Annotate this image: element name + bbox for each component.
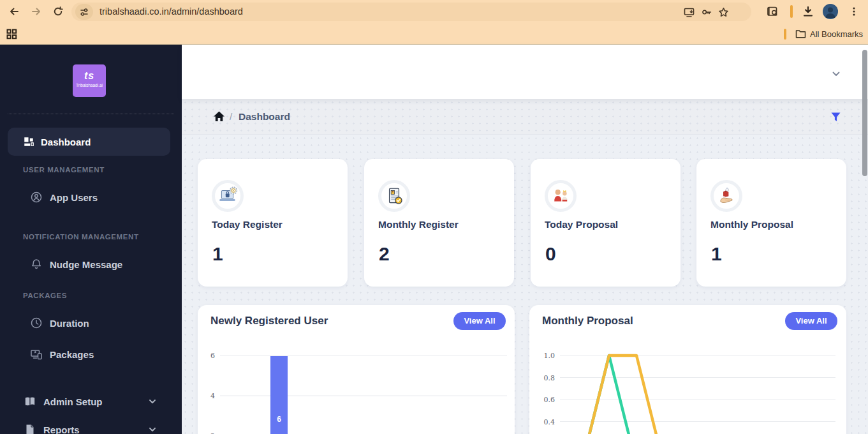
svg-text:6: 6 (277, 415, 281, 424)
site-info-button[interactable] (75, 4, 93, 20)
svg-text:0.8: 0.8 (544, 374, 555, 382)
book-icon (24, 395, 36, 408)
browser-toolbar: tribalshaadi.co.in/admin/dashboard (0, 0, 868, 24)
sidebar: ts Tribalshaadi.ai Dashboard USER MANAGE… (0, 45, 182, 434)
stat-card-monthly-proposal: Monthly Proposal 1 (696, 159, 846, 287)
sidebar-item-reports[interactable]: Reports (24, 422, 158, 434)
bookmarks-bar: All Bookmarks (0, 24, 868, 45)
chevron-down-icon (147, 396, 158, 407)
home-icon[interactable] (213, 110, 225, 123)
screen-download-icon[interactable] (682, 6, 695, 19)
stat-label: Today Proposal (545, 219, 618, 230)
view-all-button[interactable]: View All (453, 312, 506, 330)
search-tab-icon[interactable] (765, 4, 779, 19)
svg-text:4: 4 (210, 392, 215, 400)
url-bar[interactable]: tribalshaadi.co.in/admin/dashboard (71, 3, 751, 21)
chart-title: Newly Registered User (210, 315, 328, 327)
sidebar-item-label: Reports (43, 424, 80, 434)
breadcrumb-page[interactable]: Dashboard (239, 99, 290, 135)
folder-icon (795, 29, 806, 40)
sidebar-item-label: Nudge Message (50, 259, 122, 270)
stat-card-today-proposal: Today Proposal 0 (531, 159, 680, 287)
line-chart: 1.0 0.8 0.6 0.4 (536, 345, 842, 434)
sidebar-item-packages[interactable]: Packages (30, 347, 94, 362)
star-icon[interactable] (717, 6, 730, 19)
forward-icon[interactable] (30, 5, 43, 18)
logo-name: Tribalshaadi.ai (73, 83, 106, 87)
sidebar-item-label: Packages (50, 349, 94, 360)
stat-card-today-register: Today Register 1 (198, 159, 348, 287)
stat-value: 1 (212, 243, 223, 265)
chart-card-monthly-proposal: Monthly Proposal View All 1.0 0.8 0.6 0.… (529, 305, 846, 434)
back-icon[interactable] (8, 5, 20, 18)
app-logo[interactable]: ts Tribalshaadi.ai (73, 64, 106, 97)
user-menu-chevron[interactable] (831, 69, 841, 79)
logo-glyph: ts (73, 70, 106, 82)
clock-icon (30, 317, 43, 329)
stat-value: 2 (379, 243, 390, 265)
dashboard-icon (23, 136, 34, 147)
filter-icon[interactable] (830, 112, 841, 123)
chevron-down-icon (147, 424, 158, 434)
report-icon (24, 423, 36, 434)
breadcrumb: / Dashboard (182, 99, 868, 135)
page-header (182, 45, 868, 99)
all-bookmarks-button[interactable]: All Bookmarks (810, 24, 863, 45)
document-check-icon (378, 180, 410, 212)
breadcrumb-separator: / (230, 99, 232, 135)
scrollbar-thumb[interactable] (862, 50, 867, 176)
line-series-green[interactable] (582, 355, 636, 434)
view-all-button[interactable]: View All (785, 312, 837, 330)
user-circle-icon (30, 191, 43, 204)
chart-title: Monthly Proposal (542, 315, 633, 327)
sidebar-item-admin-setup[interactable]: Admin Setup (24, 394, 158, 409)
key-icon[interactable] (700, 6, 713, 19)
sidebar-item-nudge-message[interactable]: Nudge Message (30, 257, 122, 272)
laptop-register-icon (212, 180, 244, 212)
sidebar-item-dashboard[interactable]: Dashboard (8, 128, 170, 156)
svg-text:6: 6 (210, 352, 215, 360)
bell-icon (30, 258, 43, 271)
sidebar-item-label: Dashboard (41, 137, 91, 147)
svg-text:1.0: 1.0 (544, 352, 555, 360)
sidebar-section-notification-management: NOTIFICATION MANAGEMENT (23, 233, 139, 241)
sidebar-item-label: App Users (50, 192, 98, 203)
hand-ring-icon (710, 180, 742, 212)
sidebar-item-label: Duration (50, 318, 89, 329)
stat-label: Monthly Proposal (710, 219, 793, 230)
chevron-down-icon (831, 69, 841, 79)
devices-icon (30, 348, 43, 361)
svg-text:0.4: 0.4 (544, 418, 555, 426)
sidebar-divider (8, 114, 174, 114)
url-text[interactable]: tribalshaadi.co.in/admin/dashboard (99, 3, 243, 21)
download-icon[interactable] (801, 4, 815, 19)
tune-icon (79, 7, 89, 17)
stat-label: Today Register (212, 219, 283, 230)
stat-value: 0 (545, 243, 556, 265)
svg-text:0.6: 0.6 (544, 396, 555, 404)
divider-bar (790, 5, 793, 18)
couple-icon (545, 180, 577, 212)
reload-icon[interactable] (52, 5, 64, 18)
sidebar-section-packages: PACKAGES (23, 292, 67, 299)
sidebar-section-user-management: USER MANAGEMENT (23, 166, 105, 174)
kebab-menu-icon[interactable] (848, 5, 860, 18)
sidebar-item-duration[interactable]: Duration (30, 315, 89, 331)
divider-bar (784, 29, 786, 40)
chart-card-newly-registered: Newly Registered User View All 6 4 2 6 (198, 305, 515, 434)
stat-value: 1 (711, 243, 722, 265)
stat-card-monthly-register: Monthly Register 2 (364, 159, 514, 287)
stat-label: Monthly Register (378, 219, 459, 230)
sidebar-item-label: Admin Setup (43, 396, 103, 407)
bar-chart: 6 4 2 6 (203, 345, 509, 434)
apps-grid-icon[interactable] (5, 26, 18, 41)
profile-avatar[interactable] (823, 4, 838, 19)
line-series-yellow[interactable] (582, 355, 664, 434)
sidebar-item-app-users[interactable]: App Users (30, 190, 98, 205)
